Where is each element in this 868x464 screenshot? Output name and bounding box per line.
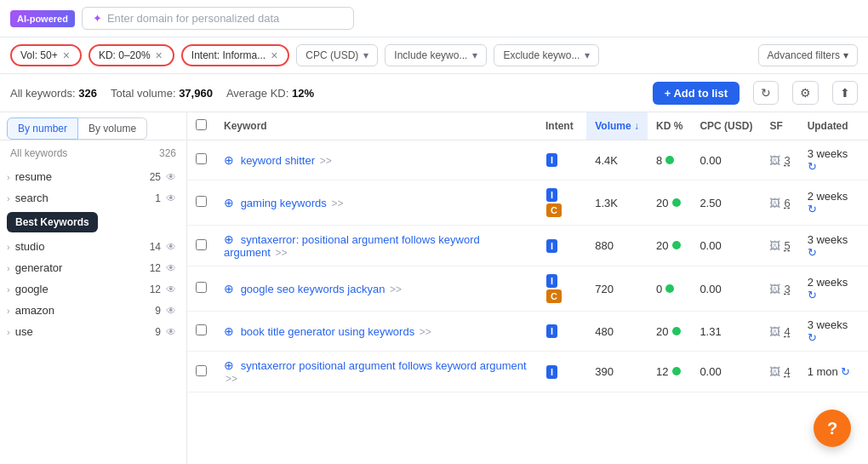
vol-remove-button[interactable]: ×	[61, 49, 71, 61]
updated-cell: 3 weeks ↻	[799, 226, 868, 266]
avg-kd-value: 12%	[292, 87, 314, 100]
keyword-link[interactable]: book title generator using keywords	[241, 325, 415, 338]
sf-cell: 🖼3	[769, 154, 790, 167]
include-keywords-dropdown[interactable]: Include keywo... ▾	[385, 44, 487, 66]
exclude-keywords-dropdown[interactable]: Exclude keywo... ▾	[494, 44, 599, 66]
refresh-icon[interactable]: ↻	[808, 160, 817, 173]
kd-cell: 20	[648, 312, 691, 352]
sidebar-item-amazon[interactable]: › amazon 9 👁	[0, 300, 186, 321]
sidebar-item-use[interactable]: › use 9 👁	[0, 321, 186, 342]
col-checkbox	[187, 112, 215, 140]
cpc-cell: 0.00	[691, 352, 761, 392]
refresh-icon[interactable]: ↻	[808, 289, 817, 301]
kd-remove-button[interactable]: ×	[154, 49, 164, 61]
chevron-right-icon: ›	[7, 327, 10, 337]
cpc-cell: 0.00	[691, 226, 761, 266]
row-checkbox[interactable]	[196, 282, 207, 293]
help-button[interactable]: ?	[814, 410, 851, 447]
sidebar-label-resume: resume	[15, 170, 52, 183]
sidebar-count-search: 1	[155, 192, 161, 204]
refresh-icon[interactable]: ↻	[808, 246, 817, 259]
export-button[interactable]: ⬆	[832, 81, 858, 105]
sidebar-item-studio[interactable]: › studio 14 👁	[0, 236, 186, 257]
refresh-icon[interactable]: ↻	[808, 203, 817, 215]
sidebar-label-studio: studio	[15, 240, 45, 253]
all-keywords-text: All keywords: 326	[10, 87, 97, 100]
keywords-table: Keyword Intent Volume ↓ KD % CPC (USD) S…	[187, 112, 868, 392]
refresh-icon[interactable]: ↻	[808, 331, 817, 344]
col-sf: SF	[761, 112, 798, 140]
tab-by-number[interactable]: By number	[7, 117, 78, 140]
vol-filter-chip[interactable]: Vol: 50+ ×	[10, 44, 82, 66]
eye-icon: 👁	[166, 192, 176, 204]
refresh-button[interactable]: ↻	[753, 81, 779, 105]
sf-cell: 🖼4	[769, 325, 790, 338]
cpc-dropdown[interactable]: CPC (USD) ▾	[296, 44, 378, 66]
row-checkbox[interactable]	[196, 324, 207, 335]
volume-cell: 1.3K	[586, 180, 648, 226]
keyword-link[interactable]: syntaxerror: positional argument follows…	[224, 233, 480, 259]
keyword-expand-icon[interactable]: >>	[276, 247, 288, 259]
sidebar-header: All keywords 326	[0, 140, 186, 166]
row-checkbox[interactable]	[196, 239, 207, 250]
include-caret-icon: ▾	[472, 49, 477, 61]
refresh-icon[interactable]: ↻	[841, 365, 850, 378]
add-keyword-icon[interactable]: ⊕	[224, 196, 234, 209]
kd-filter-label: KD: 0–20%	[99, 49, 151, 61]
row-checkbox[interactable]	[196, 365, 207, 376]
keyword-expand-icon[interactable]: >>	[420, 326, 431, 338]
keyword-expand-icon[interactable]: >>	[331, 198, 343, 209]
sidebar-item-search[interactable]: › search 1 👁	[0, 187, 186, 209]
keyword-link[interactable]: google seo keywords jackyan	[241, 283, 385, 295]
advanced-filters-button[interactable]: Advanced filters ▾	[758, 44, 858, 66]
add-keyword-icon[interactable]: ⊕	[224, 358, 234, 372]
sidebar-item-resume[interactable]: › resume 25 👁	[0, 166, 186, 187]
intent-filter-chip[interactable]: Intent: Informa... ×	[181, 44, 290, 66]
keyword-expand-icon[interactable]: >>	[390, 284, 402, 295]
advanced-filters-label: Advanced filters	[768, 49, 840, 61]
keyword-expand-icon[interactable]: >>	[226, 373, 237, 385]
add-keyword-icon[interactable]: ⊕	[224, 324, 234, 338]
total-volume-text: Total volume: 37,960	[111, 87, 213, 100]
cpc-cell: 0.00	[691, 140, 761, 180]
add-to-list-button[interactable]: + Add to list	[653, 82, 740, 105]
sf-number: 6	[784, 197, 790, 209]
sidebar-item-google[interactable]: › google 12 👁	[0, 278, 186, 300]
table-row: ⊕ gaming keywords >> I C 1.3K 20 2.50 🖼6…	[187, 180, 868, 226]
kd-cell: 20	[648, 180, 691, 226]
select-all-checkbox[interactable]	[196, 119, 207, 130]
col-cpc: CPC (USD)	[691, 112, 761, 140]
table-row: ⊕ keyword shitter >> I 4.4K 8 0.00 🖼3 3 …	[187, 140, 868, 180]
tab-by-volume[interactable]: By volume	[78, 117, 147, 140]
sf-number: 3	[784, 154, 790, 167]
keyword-expand-icon[interactable]: >>	[320, 155, 332, 167]
intent-badge-i: I	[546, 324, 557, 338]
kd-dot	[672, 367, 681, 375]
sidebar-count-resume: 25	[150, 171, 161, 183]
intent-remove-button[interactable]: ×	[269, 49, 279, 61]
add-keyword-icon[interactable]: ⊕	[224, 153, 234, 167]
sf-image-icon: 🖼	[769, 197, 780, 209]
volume-cell: 480	[586, 312, 648, 352]
advanced-caret-icon: ▾	[843, 49, 848, 61]
table-row: ⊕ syntaxerror positional argument follow…	[187, 352, 868, 392]
sidebar-count-amazon: 9	[155, 305, 161, 317]
kd-filter-chip[interactable]: KD: 0–20% ×	[89, 44, 174, 66]
col-volume[interactable]: Volume ↓	[586, 112, 648, 140]
add-keyword-icon[interactable]: ⊕	[224, 282, 234, 295]
row-checkbox[interactable]	[196, 153, 207, 164]
settings-button[interactable]: ⚙	[792, 81, 819, 105]
keyword-link[interactable]: keyword shitter	[241, 154, 315, 167]
keyword-link[interactable]: syntaxerror positional argument follows …	[241, 359, 527, 372]
domain-input[interactable]: ✦ Enter domain for personalized data	[82, 7, 354, 30]
kd-dot	[672, 327, 681, 335]
sidebar-item-generator[interactable]: › generator 12 👁	[0, 257, 186, 278]
intent-badge-c: C	[546, 203, 562, 217]
keyword-link[interactable]: gaming keywords	[241, 197, 327, 209]
sf-image-icon: 🖼	[769, 365, 780, 378]
row-checkbox[interactable]	[196, 196, 207, 207]
kd-dot	[672, 241, 681, 249]
volume-cell: 880	[586, 226, 648, 266]
col-intent: Intent	[537, 112, 586, 140]
add-keyword-icon[interactable]: ⊕	[224, 232, 234, 246]
